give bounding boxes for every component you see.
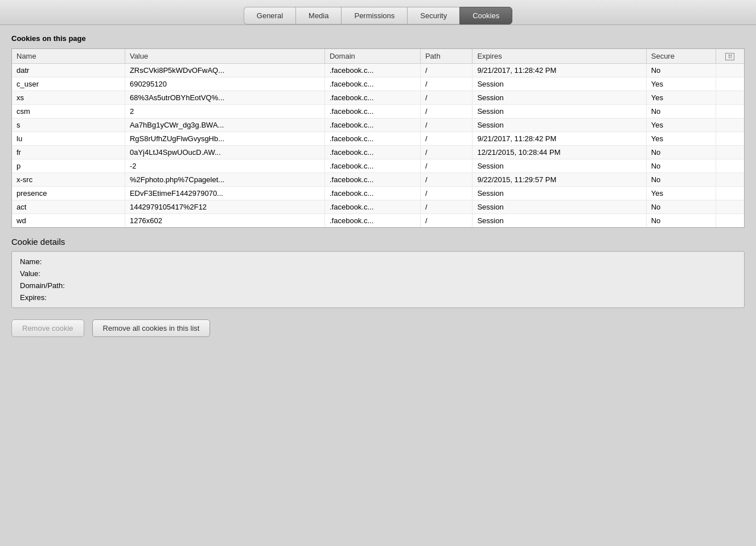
table-row[interactable]: datrZRsCVki8P5kWDvOFwAQ....facebook.c...… (12, 64, 744, 77)
col-header-path: Path (420, 49, 472, 64)
table-row[interactable]: wd1276x602.facebook.c.../SessionNo (12, 214, 744, 228)
table-row[interactable]: sAa7hBg1yCWr_dg3g.BWA....facebook.c.../S… (12, 118, 744, 132)
detail-expires-label: Expires: (20, 293, 47, 302)
cookies-section-title: Cookies on this page (11, 34, 745, 43)
detail-name-row: Name: (20, 257, 736, 266)
button-row: Remove cookie Remove all cookies in this… (11, 317, 745, 337)
cookie-table: Name Value Domain Path Expires Secure ☷ … (12, 49, 744, 227)
col-header-expires: Expires (472, 49, 646, 64)
detail-name-label: Name: (20, 257, 42, 266)
table-row[interactable]: luRgS8rUfhZUgFlwGvysgHb....facebook.c...… (12, 132, 744, 146)
detail-value-label: Value: (20, 269, 40, 278)
col-header-secure: Secure (646, 49, 716, 64)
col-header-value: Value (125, 49, 324, 64)
col-header-name: Name (12, 49, 125, 64)
cookie-details-box: Name: Value: Domain/Path: Expires: (11, 251, 745, 308)
detail-domainpath-label: Domain/Path: (20, 281, 65, 290)
table-row[interactable]: act1442979105417%2F12.facebook.c.../Sess… (12, 200, 744, 214)
table-row[interactable]: xs68%3As5utrOBYhEotVQ%....facebook.c.../… (12, 91, 744, 105)
table-header-row: Name Value Domain Path Expires Secure ☷ (12, 49, 744, 64)
cookie-table-wrapper: Name Value Domain Path Expires Secure ☷ … (11, 48, 745, 228)
main-content: Cookies on this page Name Value Domain P… (0, 25, 756, 346)
remove-all-cookies-button[interactable]: Remove all cookies in this list (92, 319, 211, 337)
table-row[interactable]: p-2.facebook.c.../SessionNo (12, 159, 744, 173)
table-row[interactable]: csm2.facebook.c.../SessionNo (12, 105, 744, 118)
detail-domainpath-row: Domain/Path: (20, 281, 736, 290)
tab-security[interactable]: Security (407, 7, 459, 24)
table-icon: ☷ (725, 53, 734, 60)
detail-value-row: Value: (20, 269, 736, 278)
remove-cookie-button[interactable]: Remove cookie (11, 319, 84, 337)
table-row[interactable]: x-src%2Fphoto.php%7Cpagelet....facebook.… (12, 173, 744, 187)
cookie-details-title: Cookie details (11, 237, 745, 247)
col-header-icon: ☷ (716, 49, 744, 64)
tab-cookies[interactable]: Cookies (459, 7, 512, 24)
table-row[interactable]: fr0aYj4LtJ4SpwUOucD.AW....facebook.c.../… (12, 146, 744, 159)
tab-media[interactable]: Media (295, 7, 341, 24)
detail-expires-row: Expires: (20, 293, 736, 302)
table-row[interactable]: c_user690295120.facebook.c.../SessionYes (12, 77, 744, 91)
col-header-domain: Domain (324, 49, 420, 64)
table-row[interactable]: presenceEDvF3EtimeF1442979070....faceboo… (12, 187, 744, 200)
tab-general[interactable]: General (244, 7, 295, 24)
tab-bar: General Media Permissions Security Cooki… (0, 0, 756, 25)
cookie-details-section: Cookie details Name: Value: Domain/Path:… (11, 237, 745, 308)
tab-permissions[interactable]: Permissions (341, 7, 407, 24)
